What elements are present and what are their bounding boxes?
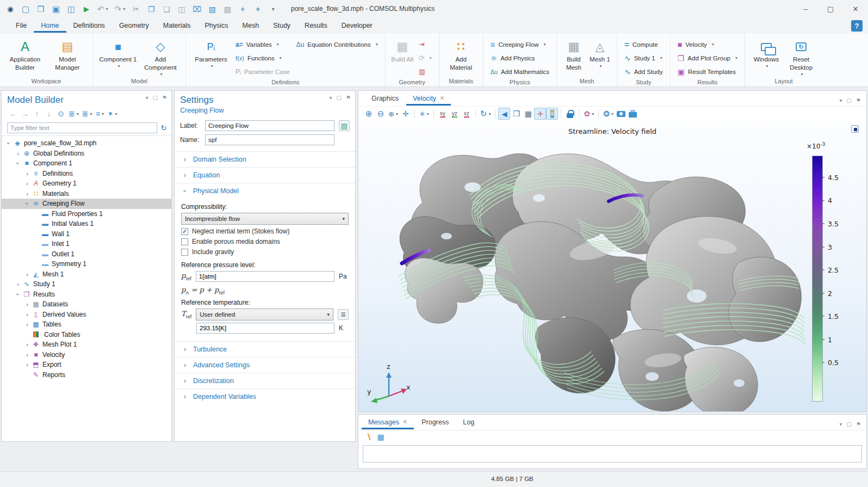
float-panel-icon[interactable]: ▢	[337, 95, 342, 101]
tree-item[interactable]: ›Tables	[2, 319, 171, 330]
add-component-button[interactable]: Add Component ▾	[140, 36, 181, 77]
tree-chevron-icon[interactable]: ›	[24, 200, 30, 207]
collapse-all-button[interactable]: ▾	[67, 108, 80, 120]
print-button[interactable]	[627, 108, 639, 120]
add-material-button[interactable]: Add Material	[444, 36, 479, 72]
parameters-button[interactable]: Parameters ▾	[190, 36, 232, 69]
chevron-down-icon[interactable]: ▾	[330, 95, 332, 101]
help-button[interactable]: ?	[851, 20, 863, 32]
insert-sequence-button[interactable]	[416, 38, 435, 51]
add-mathematics-button[interactable]: Add Mathematics	[488, 65, 552, 78]
windows-button[interactable]: Windows ▾	[749, 36, 783, 69]
reset-desktop-button[interactable]: Reset Desktop ▾	[784, 36, 818, 77]
zoom-box-button[interactable]: ▾	[387, 108, 400, 120]
tree-item[interactable]: ›Global Definitions	[2, 149, 171, 159]
tab-definitions[interactable]: Definitions	[66, 19, 112, 33]
expand-all-button[interactable]: ▾	[80, 108, 94, 120]
tree-item[interactable]: ›Creeping Flow	[2, 199, 171, 209]
include-gravity-checkbox[interactable]: Include gravity	[181, 248, 349, 256]
color-legend-button[interactable]	[546, 108, 558, 120]
result-templates-button[interactable]: Result Templates	[675, 65, 740, 78]
scene-light-button[interactable]	[498, 108, 510, 120]
compute-button[interactable]: Compute	[622, 38, 666, 51]
name-field[interactable]	[205, 134, 334, 145]
find-button[interactable]	[237, 3, 249, 15]
tab-log[interactable]: Log	[456, 416, 481, 429]
tree-chevron-icon[interactable]: ›	[14, 150, 22, 157]
tab-graphics[interactable]: Graphics	[365, 92, 405, 106]
plot-thumbnail-icon[interactable]	[851, 125, 859, 133]
filter-input[interactable]	[7, 122, 157, 133]
tree-item[interactable]: ›Outlet 1	[2, 249, 171, 260]
move-up-button[interactable]	[31, 108, 43, 120]
minimize-icon[interactable]: –	[793, 0, 818, 18]
rebuild-button[interactable]: ▾	[416, 51, 435, 65]
refresh-icon[interactable]	[160, 124, 167, 132]
tree-item[interactable]: ›Reports	[2, 370, 171, 380]
section-turbulence[interactable]: › Turbulence	[175, 341, 355, 357]
tree-item[interactable]: ›Symmetry 1	[2, 259, 171, 269]
application-builder-button[interactable]: Application Builder	[4, 36, 46, 72]
go-to-source-button[interactable]	[338, 309, 349, 320]
section-discretization[interactable]: › Discretization	[175, 373, 355, 389]
go-to-view-button[interactable]: ▾	[418, 108, 431, 120]
grid-button[interactable]	[522, 108, 534, 120]
tree-chevron-icon[interactable]: ›	[23, 271, 31, 278]
section-advanced-settings[interactable]: › Advanced Settings	[175, 357, 355, 373]
tab-messages[interactable]: Messages ✕	[362, 416, 414, 429]
show-button[interactable]	[55, 108, 67, 120]
add-plot-group-button[interactable]: Add Plot Group ▾	[675, 51, 740, 65]
temperature-field[interactable]	[196, 323, 334, 334]
tab-physics[interactable]: Physics	[197, 19, 235, 33]
tree-item[interactable]: ›Export	[2, 360, 171, 370]
tree-item[interactable]: ›Definitions	[2, 169, 171, 179]
build-mesh-button[interactable]: Build Mesh	[561, 36, 586, 72]
tree-item[interactable]: ›Mesh 1	[2, 269, 171, 280]
pin-icon[interactable]: ⚑	[856, 97, 861, 103]
graphics-canvas[interactable]: Streamline: Velocity field ×10-3 4.543.5…	[358, 121, 866, 411]
tree-item[interactable]: ›Study 1	[2, 279, 171, 289]
chevron-down-icon[interactable]: ▾	[840, 421, 842, 427]
tree-chevron-icon[interactable]: ›	[23, 311, 31, 318]
transparency-button[interactable]	[510, 108, 522, 120]
tree-item[interactable]: ›Color Tables	[2, 330, 171, 340]
select-button[interactable]	[206, 3, 218, 15]
build-all-button[interactable]: Build All	[390, 36, 415, 64]
environment-button[interactable]: ▾	[602, 108, 615, 120]
tree-item[interactable]: ›pore_scale_flow_3d.mph	[2, 138, 171, 149]
equation-contributions-button[interactable]: Equation Contributions ▾	[294, 38, 381, 51]
section-physical-model[interactable]: › Physical Model	[175, 183, 355, 199]
view-yz-button[interactable]	[449, 108, 461, 120]
tab-progress[interactable]: Progress	[415, 416, 455, 429]
variables-button[interactable]: Variables ▾	[233, 38, 293, 51]
tree-item[interactable]: ›Initial Values 1	[2, 219, 171, 229]
chevron-down-icon[interactable]: ▾	[840, 97, 842, 103]
chevron-down-icon[interactable]: ▾	[146, 95, 148, 101]
tree-item[interactable]: ›Velocity	[2, 350, 171, 360]
color-palette-button[interactable]: ▾	[582, 108, 596, 120]
nav-forward-button[interactable]	[19, 108, 31, 120]
nav-back-button[interactable]	[7, 108, 19, 120]
message-table-button[interactable]	[375, 431, 387, 443]
tree-chevron-icon[interactable]: ›	[23, 170, 31, 177]
tree-chevron-icon[interactable]: ›	[23, 341, 31, 348]
add-physics-button[interactable]: Add Physics	[488, 51, 552, 65]
clear-selection-button[interactable]	[221, 3, 233, 15]
functions-button[interactable]: Functions ▾	[233, 51, 293, 65]
ref-temperature-select[interactable]: User defined ▾	[196, 309, 333, 320]
tree-chevron-icon[interactable]: ›	[15, 159, 21, 167]
zoom-in-button[interactable]	[363, 108, 375, 120]
filter-button[interactable]: ▾	[106, 108, 119, 120]
section-equation[interactable]: › Equation	[175, 167, 355, 183]
pin-icon[interactable]: ⚑	[346, 95, 351, 101]
tab-materials[interactable]: Materials	[156, 19, 198, 33]
model-manager-button[interactable]: Model Manager	[47, 36, 88, 72]
delete-button[interactable]	[191, 3, 203, 15]
virtual-operations-button[interactable]	[416, 65, 435, 78]
paste-button[interactable]	[160, 3, 172, 15]
new-file-button[interactable]	[20, 3, 32, 15]
tree-chevron-icon[interactable]: ›	[23, 352, 31, 358]
porous-media-checkbox[interactable]: Enable porous media domains	[181, 238, 349, 245]
tree-item[interactable]: ›Mesh Plot 1	[2, 340, 171, 350]
tab-file[interactable]: File	[9, 19, 34, 33]
